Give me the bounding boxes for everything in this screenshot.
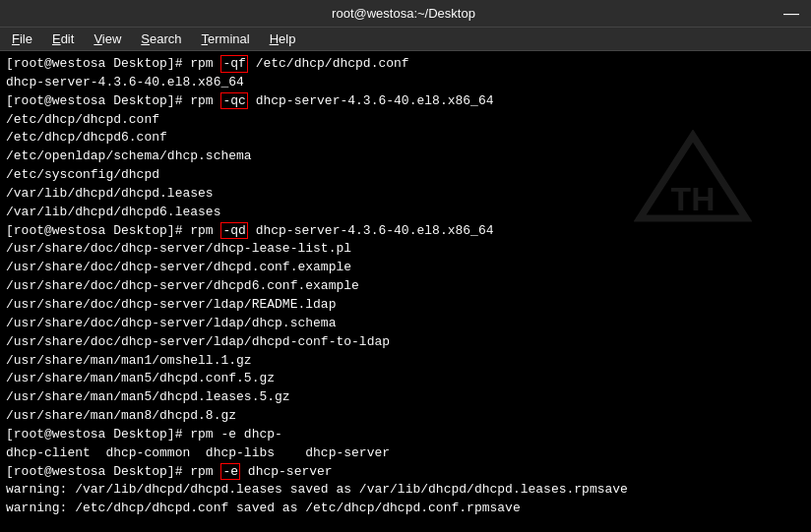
titlebar: root@westosa:~/Desktop — [0, 0, 811, 28]
terminal-line-16: /usr/share/doc/dhcp-server/ldap/dhcpd-co… [6, 333, 805, 352]
terminal-line-19: /usr/share/man/man5/dhcpd.leases.5.gz [6, 388, 805, 407]
terminal-line-24: warning: /var/lib/dhcpd/dhcpd.leases sav… [6, 481, 805, 500]
menu-file[interactable]: File [4, 30, 40, 48]
terminal-line-22: dhcp-client dhcp-common dhcp-libs dhcp-s… [6, 444, 805, 463]
terminal-line-2: dhcp-server-4.3.6-40.el8.x86_64 [6, 74, 805, 92]
menubar: File Edit View Search Terminal Help [0, 28, 811, 51]
terminal-line-20: /usr/share/man/man8/dhcpd.8.gz [6, 407, 805, 426]
terminal-line-13: /usr/share/doc/dhcp-server/dhcpd6.conf.e… [6, 277, 805, 296]
terminal-line-18: /usr/share/man/man5/dhcpd.conf.5.gz [6, 370, 805, 388]
watermark-logo: TH [634, 130, 752, 248]
terminal-line-3: [root@westosa Desktop]# rpm -qc dhcp-ser… [6, 92, 805, 111]
terminal-line-4: /etc/dhcp/dhcpd.conf [6, 111, 805, 130]
menu-view[interactable]: View [86, 30, 129, 48]
window-title: root@westosa:~/Desktop [28, 6, 780, 21]
svg-text:TH: TH [671, 181, 716, 217]
menu-terminal[interactable]: Terminal [194, 30, 258, 48]
minimize-button[interactable]: — [780, 5, 803, 23]
terminal-line-12: /usr/share/doc/dhcp-server/dhcpd.conf.ex… [6, 259, 805, 277]
terminal-line-17: /usr/share/man/man1/omshell.1.gz [6, 352, 805, 371]
terminal-content: TH [root@westosa Desktop]# rpm -qf /etc/… [0, 51, 811, 532]
menu-edit[interactable]: Edit [44, 30, 82, 48]
terminal-line-25: warning: /etc/dhcp/dhcpd.conf saved as /… [6, 500, 805, 518]
terminal-line-23: [root@westosa Desktop]# rpm -e dhcp-serv… [6, 463, 805, 482]
terminal-line-14: /usr/share/doc/dhcp-server/ldap/README.l… [6, 296, 805, 315]
terminal-line-21: [root@westosa Desktop]# rpm -e dhcp- [6, 426, 805, 444]
menu-search[interactable]: Search [133, 30, 189, 48]
terminal-line-1: [root@westosa Desktop]# rpm -qf /etc/dhc… [6, 55, 805, 74]
terminal-line-15: /usr/share/doc/dhcp-server/ldap/dhcp.sch… [6, 315, 805, 333]
menu-help[interactable]: Help [262, 30, 304, 48]
